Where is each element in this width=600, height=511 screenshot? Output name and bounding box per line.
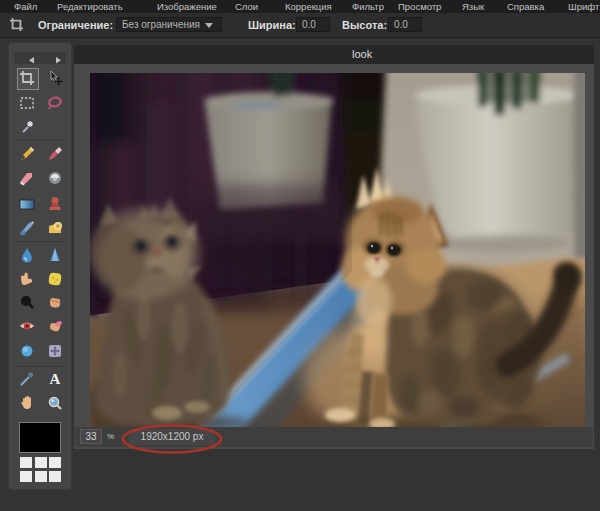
svg-text:A: A bbox=[50, 371, 61, 387]
